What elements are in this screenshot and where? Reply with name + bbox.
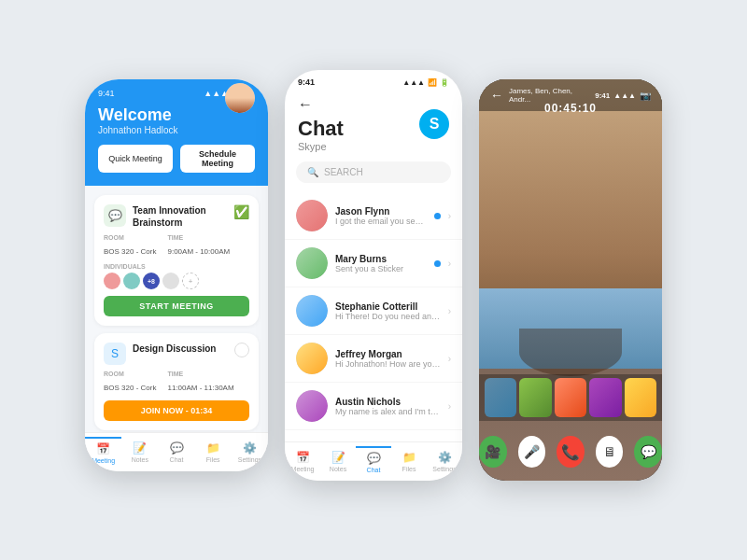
nav-notes-label: Notes — [132, 456, 148, 463]
contact-avatar-4 — [296, 390, 328, 422]
avatar — [225, 83, 255, 113]
chat-item-3[interactable]: Jeffrey Morgan Hi Johnathon! How are you… — [285, 335, 462, 383]
settings-nav-icon: ⚙️ — [243, 441, 257, 455]
avatar-add[interactable]: + — [182, 273, 199, 289]
phone-video: ← James, Ben, Chen, Andr... 9:41 ▲▲▲ 📷 0… — [479, 79, 662, 481]
nav-files[interactable]: 📁 Files — [195, 438, 232, 467]
contact-preview-0: I got the email you sent. Of course... — [335, 217, 427, 226]
start-meeting-button[interactable]: START MEETING — [104, 296, 249, 316]
contact-preview-3: Hi Johnathon! How are you doing?... — [335, 359, 441, 369]
time-info-2: TIME 11:00AM - 11:30AM — [167, 371, 233, 394]
contact-avatar-2 — [296, 295, 328, 327]
contact-preview-4: My name is alex and I'm the chof... — [335, 407, 441, 416]
battery-icon-2: 🔋 — [440, 78, 449, 87]
contact-preview-2: Hi There! Do you need any help... — [335, 312, 441, 321]
chevron-right-icon-3: › — [448, 354, 451, 364]
video-toggle-button[interactable]: 🎥 — [479, 436, 507, 468]
meetings-body: 💬 Team Innovation Brainstorm ✅ ROOM BOS … — [85, 186, 268, 447]
nav2-files-label: Files — [402, 466, 416, 472]
screen-share-button[interactable]: 🖥 — [596, 436, 624, 468]
nav2-chat-label: Chat — [367, 467, 381, 473]
video-time: 9:41 — [595, 91, 610, 100]
contact-name-1: Mary Burns — [335, 254, 427, 264]
nav2-settings-label: Settings — [432, 466, 456, 472]
phone-chat: 9:41 ▲▲▲ 📶 🔋 ← Chat Skype S 🔍 SEARCH — [285, 70, 462, 481]
chat-nav-icon-2: 💬 — [367, 452, 381, 465]
meeting-header: 💬 Team Innovation Brainstorm ✅ — [104, 204, 249, 229]
phone-meetings: 9:41 ▲▲▲ 📶 🔋 Welcome Johnathon Hadlock Q… — [85, 79, 268, 471]
video-back-arrow[interactable]: ← — [490, 88, 503, 103]
notes-nav-icon-2: 📝 — [331, 451, 345, 464]
quick-meeting-button[interactable]: Quick Meeting — [98, 145, 173, 173]
room-info: ROOM BOS 320 - Cork — [104, 234, 156, 258]
beard-overlay — [519, 329, 622, 377]
call-controls: 🎥 🎤 📞 🖥 💬 — [479, 436, 662, 468]
room-value: BOS 320 - Cork — [104, 247, 156, 256]
contact-name-4: Austin Nichols — [335, 397, 441, 407]
meeting-title-2: Design Discussion — [133, 343, 234, 355]
time-value-2: 11:00AM - 11:30AM — [167, 384, 233, 392]
time-label: TIME — [167, 234, 230, 241]
contact-avatar-3 — [296, 343, 328, 374]
end-call-button[interactable]: 📞 — [557, 436, 585, 468]
nav-chat[interactable]: 💬 Chat — [158, 438, 194, 467]
nav2-notes[interactable]: 📝 Notes — [320, 447, 356, 476]
nav-meeting[interactable]: 📅 Meeting — [85, 437, 121, 468]
thumb-2 — [519, 378, 551, 417]
nav2-notes-label: Notes — [330, 466, 346, 472]
chat-item-1[interactable]: Mary Burns Sent you a Sticker › — [285, 240, 462, 287]
action-buttons: Quick Meeting Schedule Meeting — [98, 145, 255, 173]
join-meeting-button[interactable]: JOIN NOW - 01:34 — [104, 400, 249, 421]
nav-chat-label: Chat — [170, 456, 184, 463]
contact-info-0: Jason Flynn I got the email you sent. Of… — [335, 206, 427, 226]
unread-dot-1 — [434, 260, 441, 267]
search-placeholder: SEARCH — [324, 167, 363, 177]
chat-nav-icon: 💬 — [170, 441, 184, 455]
participant-avatars: +8 + — [104, 273, 249, 289]
contact-name-3: Jeffrey Morgan — [335, 349, 441, 359]
meeting-nav-icon-2: 📅 — [296, 451, 310, 464]
meeting-card-1: 💬 Team Innovation Brainstorm ✅ ROOM BOS … — [94, 195, 259, 326]
contact-avatar-0 — [296, 200, 328, 231]
contact-avatar-1 — [296, 247, 328, 279]
chevron-right-icon-1: › — [448, 259, 451, 269]
participant-thumbnails — [479, 374, 662, 421]
nav2-meeting-label: Meeting — [291, 466, 315, 472]
nav2-settings[interactable]: ⚙️ Settings — [427, 447, 462, 476]
back-arrow[interactable]: ← — [298, 96, 313, 112]
skype-logo: S — [419, 109, 449, 139]
bottom-nav-2: 📅 Meeting 📝 Notes 💬 Chat 📁 Files ⚙️ Sett… — [285, 441, 462, 481]
contact-info-2: Stephanie Cotterill Hi There! Do you nee… — [335, 301, 441, 321]
chat-item-2[interactable]: Stephanie Cotterill Hi There! Do you nee… — [285, 287, 462, 335]
nav2-chat[interactable]: 💬 Chat — [356, 446, 391, 477]
schedule-meeting-button[interactable]: Schedule Meeting — [180, 145, 255, 173]
nav-notes[interactable]: 📝 Notes — [121, 438, 158, 467]
chevron-right-icon-2: › — [448, 306, 451, 316]
thumb-4 — [589, 378, 621, 417]
radio-select[interactable] — [234, 343, 249, 357]
files-nav-icon: 📁 — [206, 441, 220, 455]
meeting-card-2: S Design Discussion ROOM BOS 320 - Cork … — [94, 333, 259, 430]
chat-item-0[interactable]: Jason Flynn I got the email you sent. Of… — [285, 192, 462, 240]
chevron-right-icon-0: › — [448, 211, 451, 221]
chat-item-4[interactable]: Austin Nichols My name is alex and I'm t… — [285, 383, 462, 430]
avatar-more — [162, 273, 179, 289]
thumb-1 — [485, 378, 516, 417]
video-status-right: 9:41 ▲▲▲ 📷 — [595, 91, 651, 101]
time-info: TIME 9:00AM - 10:00AM — [167, 234, 230, 258]
avatar-2 — [123, 273, 140, 289]
status-time: 9:41 — [98, 89, 115, 98]
thumb-3 — [555, 378, 586, 417]
search-bar[interactable]: 🔍 SEARCH — [296, 161, 451, 183]
schedule-suffix: Meeting — [202, 159, 233, 168]
nav2-meeting[interactable]: 📅 Meeting — [285, 447, 320, 476]
nav-meeting-label: Meeting — [92, 457, 115, 464]
meeting-meta-1: ROOM BOS 320 - Cork TIME 9:00AM - 10:00A… — [104, 234, 249, 258]
nav-settings[interactable]: ⚙️ Settings — [232, 438, 268, 467]
mute-button[interactable]: 🎤 — [518, 436, 546, 468]
schedule-prefix: Schedule — [199, 149, 236, 159]
bottom-nav: 📅 Meeting 📝 Notes 💬 Chat 📁 Files ⚙️ Sett… — [85, 432, 268, 471]
chat-button[interactable]: 💬 — [634, 436, 662, 468]
nav2-files[interactable]: 📁 Files — [391, 447, 427, 476]
check-icon: ✅ — [233, 204, 249, 219]
